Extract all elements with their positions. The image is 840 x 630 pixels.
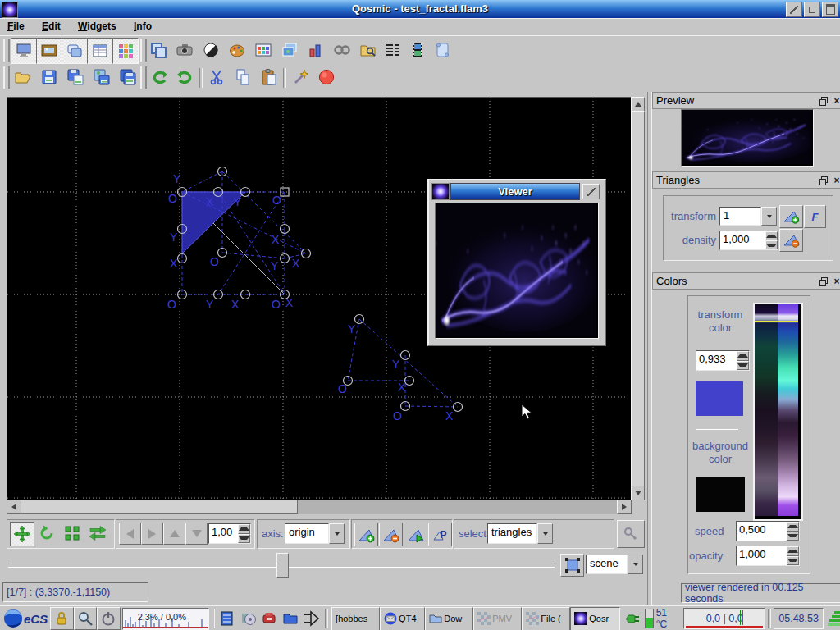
select-value[interactable]: triangles: [487, 523, 537, 544]
palette-button[interactable]: [225, 38, 249, 62]
opacity-value[interactable]: 1,000: [737, 546, 787, 565]
transform-value[interactable]: 1: [719, 207, 761, 226]
temperature-widget[interactable]: 51 °C: [645, 607, 680, 630]
axis-value[interactable]: origin: [285, 523, 329, 544]
color-grid-button[interactable]: [251, 38, 276, 62]
shutdown-button[interactable]: [97, 607, 120, 630]
scene-value[interactable]: scene: [586, 555, 628, 574]
palette-marker[interactable]: [755, 321, 798, 322]
axis-dropdown[interactable]: origin: [285, 523, 345, 544]
minimize-button[interactable]: [804, 2, 820, 17]
preview-close-button[interactable]: ×: [831, 95, 840, 106]
taskbar-window-file[interactable]: File (: [522, 607, 570, 630]
menu-info[interactable]: Info: [126, 19, 159, 34]
scale-mode-button[interactable]: [61, 522, 84, 545]
nudge-up-button[interactable]: [163, 523, 185, 545]
spin-down-button[interactable]: [787, 532, 799, 541]
preview-panel-titlebar[interactable]: Preview ×: [652, 92, 840, 109]
save-button[interactable]: [37, 65, 62, 89]
save-all-button[interactable]: [116, 65, 140, 89]
viewer-toggle[interactable]: [62, 38, 88, 64]
palette-gradient[interactable]: [753, 303, 803, 521]
window-titlebar[interactable]: Qosmic - test_fractal.flam3: [0, 0, 840, 18]
triangles-panel-titlebar[interactable]: Triangles ×: [652, 171, 840, 189]
editor-hscrollbar[interactable]: [7, 500, 631, 514]
spin-up-button[interactable]: [787, 522, 799, 532]
step-size-value[interactable]: 1,00: [209, 524, 238, 543]
hscroll-thumb[interactable]: [21, 500, 298, 514]
colors-panel-titlebar[interactable]: Colors ×: [652, 272, 840, 290]
scroll-right-button[interactable]: [617, 500, 632, 514]
remove-transform-button[interactable]: [779, 229, 803, 252]
nudge-left-button[interactable]: [119, 523, 141, 545]
pipeline-button[interactable]: [301, 608, 322, 629]
viewer-shade-button[interactable]: [582, 184, 600, 199]
toolbar-handle[interactable]: [140, 66, 147, 89]
density-value[interactable]: 1,000: [720, 231, 765, 249]
image-preview-toggle[interactable]: [36, 38, 62, 64]
phone-button[interactable]: [259, 608, 281, 629]
scroll-left-button[interactable]: [7, 500, 21, 514]
menu-edit[interactable]: Edit: [34, 19, 68, 34]
taskbar-window-dow[interactable]: Dow: [425, 607, 473, 630]
spin-up-button[interactable]: [787, 546, 799, 556]
net-monitor[interactable]: 0,0 | 0,0: [683, 608, 765, 629]
dropdown-arrow[interactable]: [761, 207, 777, 226]
volume-widget[interactable]: [828, 611, 840, 626]
density-spinbox[interactable]: 1,000: [719, 231, 778, 250]
lock-button[interactable]: [50, 607, 73, 630]
menu-widgets[interactable]: Widgets: [71, 19, 124, 34]
spin-down-button[interactable]: [787, 556, 799, 566]
transform-color-value[interactable]: 0,933: [696, 351, 737, 370]
cut-button[interactable]: [204, 65, 229, 89]
paste-button[interactable]: [257, 65, 281, 89]
preview-float-button[interactable]: [817, 95, 829, 106]
spin-up-button[interactable]: [238, 524, 250, 534]
taskbar-window-qosmic[interactable]: Qosr: [570, 607, 620, 630]
add-transform-button[interactable]: [779, 205, 803, 228]
add-triangle-button[interactable]: [354, 523, 378, 546]
cd-drive-button[interactable]: [238, 608, 259, 629]
viewer-window[interactable]: Viewer: [427, 179, 606, 346]
dropdown-arrow[interactable]: [329, 523, 345, 544]
redo-button[interactable]: [173, 65, 198, 89]
editor-vscrollbar[interactable]: [631, 97, 645, 500]
table-editor-toggle[interactable]: [87, 38, 113, 64]
undo-button[interactable]: [147, 65, 171, 89]
script-button[interactable]: [430, 38, 454, 62]
speed-value[interactable]: 0,500: [737, 522, 787, 541]
images-button[interactable]: [277, 38, 302, 62]
palette-strip-right[interactable]: [778, 304, 798, 516]
remove-triangle-button[interactable]: [379, 523, 403, 546]
save-image-button[interactable]: [89, 65, 114, 89]
scroll-up-button[interactable]: [631, 97, 645, 112]
triangles-close-button[interactable]: ×: [831, 175, 840, 185]
transform-color-spinbox[interactable]: 0,933: [696, 350, 750, 371]
link-button[interactable]: [330, 38, 354, 62]
copy-button[interactable]: [231, 65, 255, 89]
scene-dropdown[interactable]: scene: [586, 555, 643, 574]
background-color-swatch[interactable]: [696, 477, 745, 512]
dock-splitter[interactable]: [647, 92, 652, 605]
clock-widget[interactable]: 05.48.53: [774, 608, 824, 629]
nudge-right-button[interactable]: [141, 523, 163, 545]
chart-button[interactable]: [304, 38, 328, 62]
drives-folder-button[interactable]: [280, 608, 301, 629]
rotate-mode-button[interactable]: [35, 522, 58, 545]
frames-button[interactable]: [146, 38, 171, 62]
opacity-spinbox[interactable]: 1,000: [736, 546, 800, 566]
transform-dropdown[interactable]: 1: [719, 207, 777, 226]
toolbar-handle[interactable]: [3, 66, 10, 89]
move-mode-button[interactable]: [10, 522, 34, 546]
find-button[interactable]: [74, 607, 97, 630]
shade-button[interactable]: [786, 2, 802, 17]
spin-down-button[interactable]: [238, 534, 250, 544]
spin-up-button[interactable]: [765, 231, 778, 240]
power-plug-button[interactable]: [622, 608, 643, 629]
taskbar-window-pmv[interactable]: PMV: [473, 607, 522, 630]
cpu-monitor[interactable]: 2,3% / 0,0%: [122, 608, 209, 630]
list-button[interactable]: [381, 38, 405, 62]
mosaic-palette-toggle[interactable]: [112, 38, 139, 64]
select-dropdown[interactable]: triangles: [487, 523, 553, 544]
taskbar-window-hobbes[interactable]: [hobbes: [331, 607, 380, 630]
